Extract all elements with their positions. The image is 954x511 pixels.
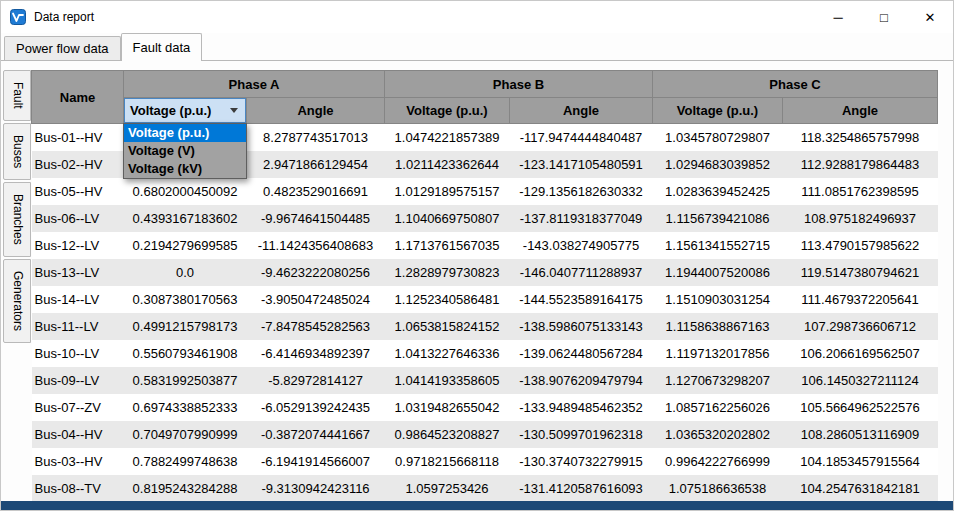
value-cell[interactable]: -144.5523589164175 [510, 286, 653, 313]
value-cell[interactable]: 1.0211423362644 [385, 151, 510, 178]
value-cell[interactable]: -138.5986075133143 [510, 313, 653, 340]
value-cell[interactable]: 8.2787743517013 [247, 124, 385, 151]
value-cell[interactable]: -146.0407711288937 [510, 259, 653, 286]
tab-power-flow-data[interactable]: Power flow data [4, 36, 121, 60]
value-cell[interactable]: 0.4393167183602 [124, 205, 247, 232]
value-cell[interactable]: -137.8119318377049 [510, 205, 653, 232]
value-cell[interactable]: -130.5099701962318 [510, 421, 653, 448]
value-cell[interactable]: 0.9864523208827 [385, 421, 510, 448]
value-cell[interactable]: 113.4790157985622 [783, 232, 938, 259]
value-cell[interactable]: 1.1510903031254 [653, 286, 783, 313]
bus-name-cell[interactable]: Bus-07--ZV [32, 394, 124, 421]
side-tab-branches[interactable]: Branches [3, 182, 31, 257]
value-cell[interactable]: -139.0624480567284 [510, 340, 653, 367]
value-cell[interactable]: 1.1270673298207 [653, 367, 783, 394]
value-cell[interactable]: 104.1853457915564 [783, 448, 938, 475]
bus-name-cell[interactable]: Bus-03--HV [32, 448, 124, 475]
maximize-button[interactable]: □ [861, 1, 907, 33]
value-cell[interactable]: 1.0857162256026 [653, 394, 783, 421]
value-cell[interactable]: 1.2828979730823 [385, 259, 510, 286]
value-cell[interactable]: 119.5147380794621 [783, 259, 938, 286]
dropdown-option-voltage-pu[interactable]: Voltage (p.u.) [124, 124, 246, 142]
value-cell[interactable]: 105.5664962522576 [783, 394, 938, 421]
value-cell[interactable]: 1.0365320202802 [653, 421, 783, 448]
value-cell[interactable]: 0.8195243284288 [124, 475, 247, 502]
value-cell[interactable]: 108.975182496937 [783, 205, 938, 232]
value-cell[interactable]: 0.4823529016691 [247, 178, 385, 205]
value-cell[interactable]: 1.1252340586481 [385, 286, 510, 313]
value-cell[interactable]: 1.1156739421086 [653, 205, 783, 232]
value-cell[interactable]: 106.1450327211124 [783, 367, 938, 394]
value-cell[interactable]: -3.9050472485024 [247, 286, 385, 313]
bus-name-cell[interactable]: Bus-09--LV [32, 367, 124, 394]
value-cell[interactable]: 0.7882499748638 [124, 448, 247, 475]
bus-name-cell[interactable]: Bus-08--TV [32, 475, 124, 502]
minimize-button[interactable]: ─ [815, 1, 861, 33]
value-cell[interactable]: -131.4120587616093 [510, 475, 653, 502]
value-cell[interactable]: 2.9471866129454 [247, 151, 385, 178]
value-cell[interactable]: -11.1424356408683 [247, 232, 385, 259]
bus-name-cell[interactable]: Bus-12--LV [32, 232, 124, 259]
bus-name-cell[interactable]: Bus-14--LV [32, 286, 124, 313]
value-cell[interactable]: -123.1417105480591 [510, 151, 653, 178]
side-tab-buses[interactable]: Buses [3, 123, 31, 180]
value-cell[interactable]: 104.2547631842181 [783, 475, 938, 502]
value-cell[interactable]: 112.9288179864483 [783, 151, 938, 178]
value-cell[interactable]: 106.2066169562507 [783, 340, 938, 367]
value-cell[interactable]: -138.9076209479794 [510, 367, 653, 394]
value-cell[interactable]: -130.3740732279915 [510, 448, 653, 475]
tab-fault-data[interactable]: Fault data [121, 33, 203, 61]
value-cell[interactable]: 0.5560793461908 [124, 340, 247, 367]
bus-name-cell[interactable]: Bus-05--HV [32, 178, 124, 205]
value-cell[interactable]: -129.1356182630332 [510, 178, 653, 205]
value-cell[interactable]: 1.1040669750807 [385, 205, 510, 232]
value-cell[interactable]: -117.9474444840487 [510, 124, 653, 151]
value-cell[interactable]: 1.1158638867163 [653, 313, 783, 340]
value-cell[interactable]: -0.3872074441667 [247, 421, 385, 448]
value-cell[interactable]: -6.4146934892397 [247, 340, 385, 367]
value-cell[interactable]: 1.0345780729807 [653, 124, 783, 151]
value-cell[interactable]: 0.2194279699585 [124, 232, 247, 259]
value-cell[interactable]: 0.6974338852333 [124, 394, 247, 421]
bus-name-cell[interactable]: Bus-10--LV [32, 340, 124, 367]
value-cell[interactable]: 1.075186636538 [653, 475, 783, 502]
value-cell[interactable]: -143.038274905775 [510, 232, 653, 259]
value-cell[interactable]: -6.0529139242435 [247, 394, 385, 421]
value-cell[interactable]: 111.0851762398595 [783, 178, 938, 205]
close-button[interactable]: ✕ [907, 1, 953, 33]
value-cell[interactable]: 1.1197132017856 [653, 340, 783, 367]
value-cell[interactable]: 1.0414193358605 [385, 367, 510, 394]
value-cell[interactable]: 107.298736606712 [783, 313, 938, 340]
value-cell[interactable]: 0.4991215798173 [124, 313, 247, 340]
value-cell[interactable]: 1.1713761567035 [385, 232, 510, 259]
bus-name-cell[interactable]: Bus-01--HV [32, 124, 124, 151]
value-cell[interactable]: 0.5831992503877 [124, 367, 247, 394]
value-cell[interactable]: 111.4679372205641 [783, 286, 938, 313]
bus-name-cell[interactable]: Bus-11--LV [32, 313, 124, 340]
value-cell[interactable]: -133.9489485462352 [510, 394, 653, 421]
value-cell[interactable]: -9.4623222080256 [247, 259, 385, 286]
value-cell[interactable]: 0.9964222766999 [653, 448, 783, 475]
voltage-unit-combobox[interactable]: Voltage (p.u.) [124, 98, 246, 123]
value-cell[interactable]: -5.82972814127 [247, 367, 385, 394]
value-cell[interactable]: 0.0 [124, 259, 247, 286]
value-cell[interactable]: 1.1944007520086 [653, 259, 783, 286]
value-cell[interactable]: -7.8478545282563 [247, 313, 385, 340]
value-cell[interactable]: 1.0474221857389 [385, 124, 510, 151]
value-cell[interactable]: 1.0283639452425 [653, 178, 783, 205]
dropdown-option-voltage-kv[interactable]: Voltage (kV) [124, 160, 246, 178]
value-cell[interactable]: 1.0653815824152 [385, 313, 510, 340]
bus-name-cell[interactable]: Bus-04--HV [32, 421, 124, 448]
bus-name-cell[interactable]: Bus-06--LV [32, 205, 124, 232]
bus-name-cell[interactable]: Bus-02--HV [32, 151, 124, 178]
dropdown-option-voltage-v[interactable]: Voltage (V) [124, 142, 246, 160]
value-cell[interactable]: 1.1561341552715 [653, 232, 783, 259]
value-cell[interactable]: -9.9674641504485 [247, 205, 385, 232]
value-cell[interactable]: 1.0319482655042 [385, 394, 510, 421]
value-cell[interactable]: 0.6802000450092 [124, 178, 247, 205]
value-cell[interactable]: 0.9718215668118 [385, 448, 510, 475]
value-cell[interactable]: 1.0294683039852 [653, 151, 783, 178]
value-cell[interactable]: 118.3254865757998 [783, 124, 938, 151]
value-cell[interactable]: 0.3087380170563 [124, 286, 247, 313]
value-cell[interactable]: 1.0597253426 [385, 475, 510, 502]
